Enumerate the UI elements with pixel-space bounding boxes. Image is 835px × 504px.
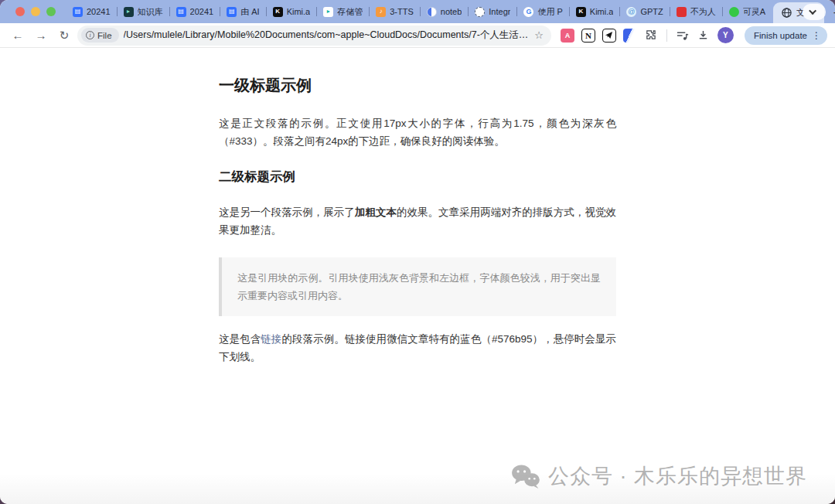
tab-storage[interactable]: ▸存储管 — [317, 0, 369, 23]
tab-knowledge-base[interactable]: ▸知识库 — [118, 0, 169, 23]
telegram-extension-icon[interactable] — [602, 29, 616, 43]
split-bookmark-extension-icon[interactable] — [623, 29, 637, 43]
tab-label: Kimi.a — [287, 7, 311, 16]
minimize-window-button[interactable] — [31, 7, 40, 16]
bold-text: 加粗文本 — [355, 206, 397, 218]
tab-label: 由 AI — [240, 6, 259, 18]
tab-integration[interactable]: Integr — [469, 0, 516, 23]
url-text[interactable]: /Users/mulele/Library/Mobile%20Documents… — [124, 29, 530, 42]
feishu-bird-icon: ▸ — [323, 7, 333, 17]
browser-window: ▤20241 ▸知识库 ▤20241 ▤由 AI KKimi.a ▸存储管 ♪3… — [0, 0, 835, 504]
wechat-icon — [729, 7, 739, 17]
tabs-list: ▤20241 ▸知识库 ▤20241 ▤由 AI KKimi.a ▸存储管 ♪3… — [66, 0, 803, 23]
tab-use-p[interactable]: G使用 P — [517, 0, 568, 23]
info-icon: i — [86, 31, 94, 39]
address-bar[interactable]: i File /Users/mulele/Library/Mobile%20Do… — [77, 26, 551, 46]
heading-2: 二级标题示例 — [219, 169, 616, 185]
extensions-area: A N Y — [554, 27, 737, 43]
back-button[interactable]: ← — [8, 26, 28, 46]
tab-label: Integr — [489, 7, 510, 16]
kebab-menu-icon[interactable]: ⋮ — [812, 30, 821, 41]
feishu-docs-icon: ▤ — [73, 7, 83, 17]
tab-notebooklm[interactable]: noteb — [421, 0, 469, 23]
pink-reader-extension-icon[interactable]: A — [561, 29, 574, 43]
feishu-docs-icon: ▤ — [176, 7, 186, 17]
feishu-docs-icon: ▤ — [227, 7, 237, 17]
tab-gptzero[interactable]: @GPTZ — [620, 0, 669, 23]
profile-avatar[interactable]: Y — [717, 27, 734, 43]
chevron-down-icon — [809, 7, 817, 15]
tab-label: 可灵A — [743, 6, 765, 18]
tab-buweiren[interactable]: 不为人 — [670, 0, 722, 23]
tab-by-ai[interactable]: ▤由 AI — [220, 0, 265, 23]
tab-label: Kimi.a — [590, 7, 614, 16]
watermark: 公众号 · 木乐乐的异想世界 — [511, 462, 807, 490]
inline-link[interactable]: 链接 — [261, 333, 281, 345]
tab-label: 20241 — [190, 7, 214, 16]
tab-label: noteb — [441, 7, 462, 16]
paragraph-3-text: 这是包含 — [219, 333, 261, 345]
tab-label: 20241 — [87, 7, 111, 16]
page-viewport: 一级标题示例 这是正文段落的示例。正文使用17px大小的字体，行高为1.75，颜… — [0, 48, 835, 504]
close-window-button[interactable] — [15, 7, 25, 16]
tab-keling-ai[interactable]: 可灵A — [723, 0, 772, 23]
tab-search-button[interactable] — [803, 4, 826, 20]
wiki-bird-icon: ▸ — [124, 7, 134, 17]
zoom-window-button[interactable] — [46, 7, 56, 16]
tab-label: 知识库 — [138, 6, 163, 18]
extensions-puzzle-icon[interactable] — [644, 29, 658, 43]
blockquote: 这是引用块的示例。引用块使用浅灰色背景和左边框，字体颜色较浅，用于突出显示重要内… — [219, 257, 616, 316]
tab-3-tts[interactable]: ♪3-TTS — [370, 0, 420, 23]
paragraph-3: 这是包含链接的段落示例。链接使用微信文章特有的蓝色（#576b95），悬停时会显… — [219, 330, 616, 366]
tab-label: 3-TTS — [390, 7, 414, 16]
forward-button[interactable]: → — [31, 26, 51, 46]
browser-toolbar: ← → ↻ i File /Users/mulele/Library/Mobil… — [0, 23, 835, 48]
bookmark-star-icon[interactable]: ☆ — [534, 29, 544, 41]
finish-update-button[interactable]: Finish update ⋮ — [745, 26, 827, 45]
tab-kimi-a[interactable]: KKimi.a — [267, 0, 317, 23]
paragraph-2: 这是另一个段落示例，展示了加粗文本的效果。文章采用两端对齐的排版方式，视觉效果更… — [219, 203, 616, 239]
red-app-icon — [677, 7, 687, 17]
media-controls-icon[interactable] — [676, 29, 690, 43]
tab-label: GPTZ — [640, 7, 663, 16]
google-g-icon: G — [523, 7, 533, 17]
tts-mic-icon: ♪ — [376, 7, 386, 17]
finish-update-label: Finish update — [754, 31, 807, 40]
paragraph-2-text: 这是另一个段落示例，展示了 — [219, 206, 355, 218]
downloads-icon[interactable] — [697, 29, 711, 43]
watermark-text: 公众号 · 木乐乐的异想世界 — [548, 462, 807, 490]
traffic-lights — [0, 7, 66, 16]
wechat-watermark-icon — [511, 464, 540, 489]
tab-label: 存储管 — [337, 6, 363, 18]
dashed-circle-icon — [475, 7, 485, 17]
tab-kimi-b[interactable]: KKimi.a — [570, 0, 620, 23]
notebooklm-icon — [427, 7, 437, 17]
paragraph-1: 这是正文段落的示例。正文使用17px大小的字体，行高为1.75，颜色为深灰色（#… — [219, 114, 616, 150]
gptzero-icon: @ — [626, 7, 636, 17]
tab-20241-b[interactable]: ▤20241 — [170, 0, 220, 23]
kimi-icon: K — [576, 7, 586, 17]
tab-label: 使用 P — [537, 6, 562, 18]
tab-strip: ▤20241 ▸知识库 ▤20241 ▤由 AI KKimi.a ▸存储管 ♪3… — [0, 0, 835, 23]
reload-button[interactable]: ↻ — [54, 26, 74, 46]
toolbar-divider — [666, 29, 667, 42]
scheme-badge[interactable]: i File — [81, 28, 119, 43]
article-body: 一级标题示例 这是正文段落的示例。正文使用17px大小的字体，行高为1.75，颜… — [219, 75, 616, 384]
tab-20241-a[interactable]: ▤20241 — [66, 0, 117, 23]
heading-1: 一级标题示例 — [219, 75, 616, 95]
kimi-icon: K — [273, 7, 283, 17]
globe-icon — [782, 8, 792, 18]
scheme-label: File — [97, 31, 112, 40]
tab-label: 不为人 — [690, 6, 716, 18]
notion-extension-icon[interactable]: N — [581, 29, 595, 43]
